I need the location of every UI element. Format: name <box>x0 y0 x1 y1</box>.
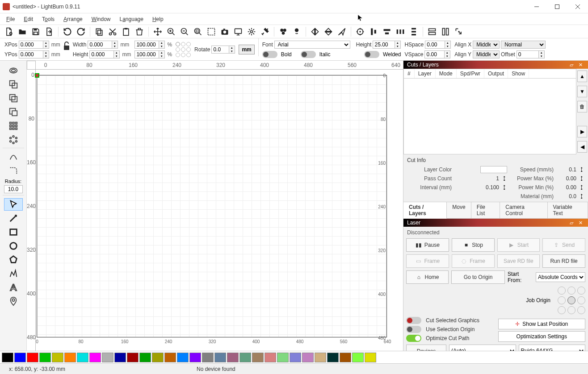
text-tool-icon[interactable] <box>4 281 23 294</box>
zoom-frame-icon[interactable] <box>192 26 204 37</box>
palette-swatch[interactable] <box>202 353 214 362</box>
settings-icon[interactable] <box>245 26 258 37</box>
palette-swatch[interactable] <box>189 353 201 362</box>
laser-panel-title[interactable]: Laser ▱ ✕ <box>403 219 588 227</box>
optimize-cut-path-toggle[interactable] <box>406 335 421 342</box>
cut-selected-toggle[interactable] <box>406 317 421 324</box>
palette-swatch[interactable] <box>114 353 126 362</box>
height-input[interactable]: ▴▾ <box>89 50 120 58</box>
palette-swatch[interactable] <box>302 353 314 362</box>
align-h-icon[interactable] <box>381 26 393 37</box>
palette-swatch[interactable] <box>352 353 364 362</box>
palette-swatch[interactable] <box>365 353 376 362</box>
minimize-button[interactable] <box>526 0 547 13</box>
job-origin-grid[interactable] <box>558 287 585 314</box>
palette-swatch[interactable] <box>64 353 76 362</box>
pause-button[interactable]: ▮▮Pause <box>406 238 449 252</box>
layer-right-icon[interactable]: ▶ <box>577 126 587 137</box>
camera-icon[interactable] <box>218 26 231 37</box>
layer-down-icon[interactable]: ▼ <box>577 86 587 97</box>
palette-swatch[interactable] <box>239 353 251 362</box>
run-rd-button[interactable]: Run RD file <box>542 254 585 268</box>
font-height-input[interactable]: ▴▾ <box>373 41 401 49</box>
anchor-grid[interactable] <box>176 42 191 57</box>
distribute-v-icon[interactable] <box>407 26 420 37</box>
tab-cuts-layers[interactable]: Cuts / Layers <box>403 202 447 219</box>
palette-swatch[interactable] <box>265 353 276 362</box>
distribute-h-icon[interactable] <box>394 26 407 37</box>
palette-swatch[interactable] <box>139 353 151 362</box>
grid-array-icon[interactable] <box>4 120 23 132</box>
menu-tools[interactable]: Tools <box>38 15 58 23</box>
menu-arrange[interactable]: Arrange <box>60 15 86 23</box>
paste-icon[interactable] <box>120 26 132 37</box>
radial-array-icon[interactable] <box>4 133 23 146</box>
boolean-union-icon[interactable] <box>4 92 23 104</box>
weld-shapes-icon[interactable] <box>4 78 23 91</box>
palette-swatch[interactable] <box>102 353 113 362</box>
tab-camera-control[interactable]: Camera Control <box>500 202 547 218</box>
device-settings-icon[interactable] <box>259 26 271 37</box>
palette-swatch[interactable] <box>77 353 88 362</box>
edit-nodes-icon[interactable] <box>4 151 23 163</box>
use-selection-origin-toggle[interactable] <box>406 326 421 333</box>
draw-line-icon[interactable] <box>4 212 23 224</box>
palette-swatch[interactable] <box>327 353 339 362</box>
vspace-input[interactable]: ▴▾ <box>424 50 450 58</box>
palette-swatch[interactable] <box>2 353 13 362</box>
xpos-input[interactable]: ▴▾ <box>19 41 49 49</box>
position-laser-icon[interactable] <box>4 295 23 308</box>
tab-file-list[interactable]: File List <box>471 202 500 218</box>
palette-swatch[interactable] <box>227 353 239 362</box>
palette-swatch[interactable] <box>277 353 289 362</box>
italic-toggle[interactable] <box>301 51 316 58</box>
align-center-icon[interactable] <box>354 26 366 37</box>
offset-input[interactable]: ▴▾ <box>517 50 545 58</box>
scale-x-input[interactable]: ▴▾ <box>134 41 165 49</box>
open-file-icon[interactable] <box>16 26 29 37</box>
panel-close-icon[interactable]: ✕ <box>576 61 584 69</box>
radius-tool-icon[interactable] <box>4 165 23 177</box>
menu-file[interactable]: File <box>3 15 18 23</box>
palette-swatch[interactable] <box>290 353 301 362</box>
welded-toggle[interactable] <box>364 51 379 58</box>
frame-rubber-button[interactable]: ◌Frame <box>452 254 495 268</box>
preview-icon[interactable] <box>232 26 244 37</box>
bold-toggle[interactable] <box>262 51 277 58</box>
optimization-settings-button[interactable]: Optimization Settings <box>498 331 586 342</box>
offset-shapes-icon[interactable] <box>4 64 23 77</box>
lock-aspect-icon[interactable] <box>62 38 71 54</box>
mirror-v-icon[interactable] <box>322 26 335 37</box>
undo-icon[interactable] <box>61 26 74 37</box>
tab-variable-text[interactable]: Variable Text <box>548 202 588 218</box>
aligny-select[interactable]: Middle <box>473 50 500 58</box>
go-origin-button[interactable]: Go to Origin <box>451 270 505 284</box>
palette-swatch[interactable] <box>152 353 164 362</box>
zoom-out-icon[interactable] <box>178 26 191 37</box>
palette-swatch[interactable] <box>27 353 38 362</box>
same-width-icon[interactable] <box>426 26 438 37</box>
zoom-in-icon[interactable] <box>165 26 177 37</box>
frame-rect-button[interactable]: ▭Frame <box>406 254 449 268</box>
radius-input[interactable] <box>4 185 23 193</box>
stop-button[interactable]: ■Stop <box>452 238 495 252</box>
palette-swatch[interactable] <box>252 353 264 362</box>
import-icon[interactable] <box>43 26 55 37</box>
palette-swatch[interactable] <box>164 353 176 362</box>
mirror-h-icon[interactable] <box>309 26 321 37</box>
layer-left-icon[interactable]: ◀ <box>577 141 587 153</box>
draw-polygon-icon[interactable] <box>4 253 23 266</box>
show-last-position-button[interactable]: ✛Show Last Position <box>498 319 586 329</box>
alignx-select[interactable]: Middle <box>473 41 500 49</box>
tab-move[interactable]: Move <box>447 202 471 218</box>
unit-toggle-button[interactable]: mm <box>239 45 254 54</box>
livesend-icon[interactable] <box>336 26 348 37</box>
draw-rect-icon[interactable] <box>4 226 23 238</box>
home-button[interactable]: ⌂Home <box>406 270 449 284</box>
move-to-icon[interactable] <box>453 26 465 37</box>
rotate-input[interactable]: ▴▾ <box>211 46 235 54</box>
close-button[interactable] <box>567 0 588 13</box>
palette-swatch[interactable] <box>340 353 351 362</box>
boolean-diff-icon[interactable] <box>4 106 23 118</box>
cut-icon[interactable] <box>106 26 119 37</box>
